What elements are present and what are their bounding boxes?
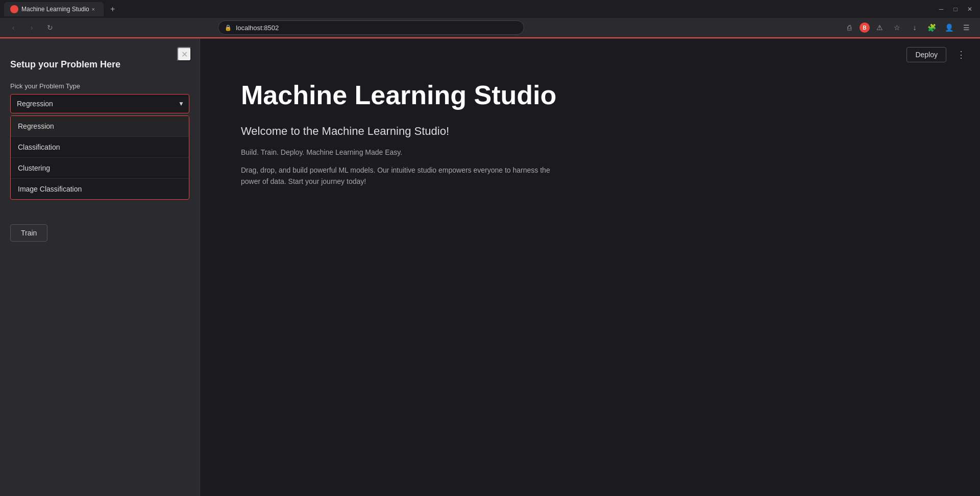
brave-shield-icon[interactable]: B [860, 22, 870, 33]
new-tab-button[interactable]: + [106, 2, 120, 16]
active-tab[interactable]: Machine Learning Studio × [4, 2, 104, 16]
url-text: localhost:8502 [236, 24, 279, 32]
dropdown-item-classification[interactable]: Classification [11, 137, 189, 158]
download-button[interactable]: ↓ [908, 20, 922, 35]
dropdown-item-regression[interactable]: Regression [11, 116, 189, 137]
sidebar-panel: ✕ Setup your Problem Here Pick your Prob… [0, 39, 200, 496]
reload-button[interactable]: ↻ [43, 20, 57, 35]
main-tagline: Build. Train. Deploy. Machine Learning M… [241, 148, 939, 156]
menu-button[interactable]: ☰ [960, 20, 974, 35]
problem-type-select[interactable]: Regression Classification Clustering Ima… [10, 94, 189, 113]
tab-bar: Machine Learning Studio × + ─ □ ✕ [0, 0, 980, 18]
app-container: Deploy ⋮ ✕ Setup your Problem Here Pick … [0, 39, 980, 496]
browser-chrome: Machine Learning Studio × + ─ □ ✕ ‹ › ↻ … [0, 0, 980, 39]
window-controls: ─ □ ✕ [935, 3, 976, 15]
problem-type-label: Pick your Problem Type [10, 82, 189, 90]
select-wrapper: Regression Classification Clustering Ima… [10, 94, 189, 113]
bookmark-button[interactable]: ☆ [890, 20, 904, 35]
alert-icon[interactable]: ⚠ [873, 20, 887, 35]
dropdown-item-clustering[interactable]: Clustering [11, 158, 189, 179]
tab-favicon [10, 5, 18, 13]
tab-close-button[interactable]: × [89, 5, 97, 13]
panel-title: Setup your Problem Here [10, 59, 189, 70]
main-description: Drag, drop, and build powerful ML models… [241, 164, 568, 187]
minimize-button[interactable]: ─ [935, 3, 947, 15]
profile-button[interactable]: 👤 [942, 20, 957, 35]
extension-button[interactable]: 🧩 [925, 20, 939, 35]
main-subtitle: Welcome to the Machine Learning Studio! [241, 125, 939, 138]
dropdown-item-image-classification[interactable]: Image Classification [11, 179, 189, 199]
close-window-button[interactable]: ✕ [964, 3, 976, 15]
main-content: Machine Learning Studio Welcome to the M… [200, 39, 980, 496]
nav-actions: ⎙ B ⚠ ☆ ↓ 🧩 👤 ☰ [842, 20, 974, 35]
back-button[interactable]: ‹ [6, 20, 20, 35]
forward-button[interactable]: › [24, 20, 39, 35]
app-header: Deploy ⋮ [896, 39, 980, 70]
deploy-button[interactable]: Deploy [906, 47, 946, 62]
maximize-button[interactable]: □ [949, 3, 962, 15]
tab-title: Machine Learning Studio [21, 6, 89, 13]
share-button[interactable]: ⎙ [842, 20, 856, 35]
train-button[interactable]: Train [10, 224, 47, 242]
address-bar[interactable]: 🔒 localhost:8502 [218, 20, 524, 35]
panel-close-button[interactable]: ✕ [177, 47, 191, 61]
nav-bar: ‹ › ↻ 🔒 localhost:8502 ⎙ B ⚠ ☆ ↓ 🧩 👤 ☰ [0, 18, 980, 38]
more-options-button[interactable]: ⋮ [952, 47, 970, 62]
lock-icon: 🔒 [225, 25, 232, 31]
problem-type-dropdown: Regression Classification Clustering Ima… [10, 115, 189, 200]
main-title: Machine Learning Studio [241, 80, 939, 110]
